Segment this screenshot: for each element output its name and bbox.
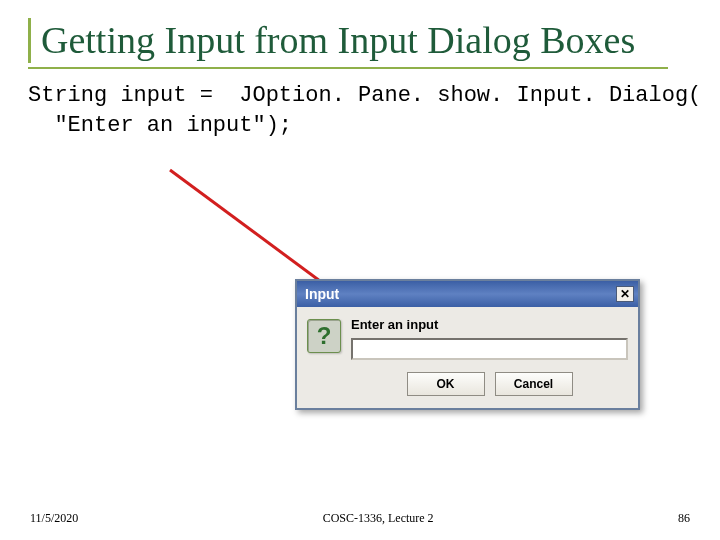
dialog-text-input[interactable] (351, 338, 628, 360)
footer-date: 11/5/2020 (30, 511, 78, 526)
title-container: Getting Input from Input Dialog Boxes (28, 18, 692, 63)
code-line-1: String input = JOption. Pane. show. Inpu… (28, 83, 701, 108)
ok-button[interactable]: OK (407, 372, 485, 396)
footer-page: 86 (678, 511, 690, 526)
close-icon: ✕ (620, 287, 630, 301)
icon-column: ? (307, 317, 351, 396)
input-dialog: Input ✕ ? Enter an input OK Cancel (295, 279, 640, 410)
content-column: Enter an input OK Cancel (351, 317, 628, 396)
code-block: String input = JOption. Pane. show. Inpu… (28, 81, 692, 140)
prompt-label: Enter an input (351, 317, 628, 332)
dialog-titlebar: Input ✕ (297, 281, 638, 307)
slide-title: Getting Input from Input Dialog Boxes (41, 18, 692, 63)
question-icon: ? (307, 319, 341, 353)
dialog-title: Input (305, 286, 339, 302)
button-row: OK Cancel (351, 372, 628, 396)
title-underline (28, 67, 668, 69)
code-line-2: "Enter an input"); (28, 113, 292, 138)
dialog-body: ? Enter an input OK Cancel (297, 307, 638, 408)
close-button[interactable]: ✕ (616, 286, 634, 302)
question-glyph: ? (317, 322, 332, 350)
footer-course: COSC-1336, Lecture 2 (323, 511, 434, 526)
footer: 11/5/2020 COSC-1336, Lecture 2 86 (0, 511, 720, 526)
cancel-button[interactable]: Cancel (495, 372, 573, 396)
